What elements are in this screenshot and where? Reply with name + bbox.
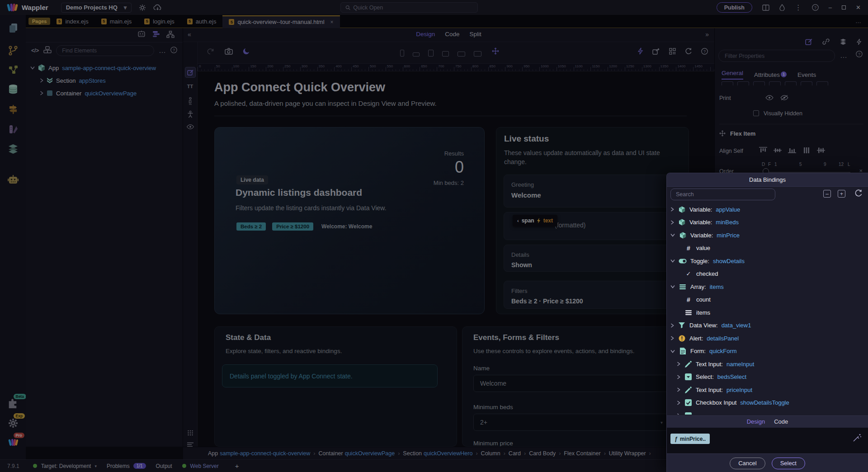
- binding-select-bedsselect[interactable]: Select: bedsSelect: [667, 371, 868, 384]
- styles-icon[interactable]: [6, 123, 20, 136]
- theme-droplet-icon[interactable]: [779, 4, 785, 11]
- edit-properties-icon[interactable]: [805, 38, 812, 47]
- actions-lightning-icon[interactable]: [638, 47, 643, 57]
- problems-button[interactable]: Problems: [107, 463, 130, 469]
- binding-array-items[interactable]: Array: items: [667, 280, 868, 293]
- schema-icon[interactable]: [6, 63, 20, 76]
- tab-index-ejs[interactable]: 5 index.ejs: [50, 15, 94, 28]
- mode-design[interactable]: Design: [416, 31, 435, 38]
- redo-icon[interactable]: [207, 48, 215, 57]
- breadcrumb-segment[interactable]: Appsample-app-connect-quick-overview: [208, 450, 310, 457]
- mode-code[interactable]: Code: [445, 31, 459, 38]
- wappler-pro-icon[interactable]: Pro: [6, 436, 20, 449]
- binding-row[interactable]: [667, 409, 868, 415]
- binding-value[interactable]: # value: [667, 242, 868, 255]
- accessibility-icon[interactable]: [187, 111, 193, 118]
- breadcrumb-segment[interactable]: Column: [481, 450, 500, 457]
- expand-all-icon[interactable]: +: [838, 190, 845, 198]
- dark-mode-moon-icon[interactable]: [243, 47, 250, 57]
- quick-open-input[interactable]: [353, 5, 473, 11]
- screenshot-camera-icon[interactable]: [225, 48, 233, 57]
- refresh-icon[interactable]: [685, 48, 692, 57]
- align-center-icon[interactable]: [774, 147, 782, 156]
- find-elements-input[interactable]: [56, 45, 154, 56]
- experimental-settings-icon[interactable]: Exp: [6, 416, 20, 430]
- select-button[interactable]: Select: [772, 458, 805, 469]
- tablet-portrait-icon[interactable]: [428, 50, 434, 57]
- preview-share-icon[interactable]: [652, 48, 660, 57]
- bindings-code-tab[interactable]: Code: [774, 418, 788, 425]
- phone-portrait-icon[interactable]: [400, 50, 404, 57]
- structure-help-icon[interactable]: ?: [170, 47, 177, 55]
- tree-node-container[interactable]: Container quickOverviewPage: [26, 87, 183, 99]
- tab-overflow-icon[interactable]: …: [855, 18, 862, 24]
- breadcrumb-segment[interactable]: SectionquickOverviewHero: [403, 450, 472, 457]
- beds-select[interactable]: 2+ ▾: [473, 414, 670, 431]
- dynamic-lightning-icon[interactable]: [857, 38, 862, 47]
- desktop-icon[interactable]: [474, 51, 481, 57]
- properties-more-icon[interactable]: …: [840, 52, 847, 60]
- mode-split[interactable]: Split: [470, 31, 481, 38]
- tab-login-ejs[interactable]: 5 login.ejs: [138, 15, 181, 28]
- breadcrumb-segment[interactable]: Card Body: [529, 450, 556, 457]
- binding-variable-minbeds[interactable]: Variable: minBeds: [667, 216, 868, 229]
- canvas-help-icon[interactable]: ?: [701, 48, 708, 57]
- bindings-design-tab[interactable]: Design: [747, 418, 765, 425]
- binding-alert-detailspanel[interactable]: Alert: detailsPanel: [667, 332, 868, 345]
- pages-badge[interactable]: Pages: [28, 18, 50, 25]
- close-button[interactable]: ✕: [856, 4, 861, 11]
- print-visible-eye-icon[interactable]: [765, 94, 774, 102]
- tab-auth-ejs[interactable]: 5 auth.ejs: [181, 15, 223, 28]
- ai-assistant-icon[interactable]: [137, 30, 146, 40]
- blocks-icon[interactable]: [43, 46, 52, 55]
- tree-node-app[interactable]: App sample-app-connect-quick-overview: [26, 61, 183, 74]
- pages-icon[interactable]: [6, 21, 20, 35]
- properties-help-icon[interactable]: ?: [856, 51, 863, 59]
- add-panel-icon[interactable]: +: [235, 462, 239, 470]
- sitemap-view-icon[interactable]: [166, 31, 175, 40]
- align-start-icon[interactable]: [759, 147, 767, 156]
- tree-node-section[interactable]: Section appStores: [26, 74, 183, 87]
- git-icon[interactable]: [6, 44, 20, 57]
- robot-ai-icon[interactable]: [6, 173, 20, 187]
- app-structure-view-icon[interactable]: [152, 31, 160, 39]
- binding-text-input-priceinput[interactable]: Text Input: priceInput: [667, 383, 868, 396]
- filter-properties-input[interactable]: [718, 50, 835, 62]
- structure-more-icon[interactable]: …: [159, 47, 166, 55]
- settings-gear-icon[interactable]: [139, 4, 146, 11]
- minimize-button[interactable]: –: [829, 4, 832, 11]
- restore-button[interactable]: [842, 5, 846, 9]
- print-hidden-eye-off-icon[interactable]: [780, 94, 788, 102]
- tab-events[interactable]: Events: [797, 71, 816, 78]
- tab-general[interactable]: General: [722, 70, 743, 80]
- binding-toggle-showdetails[interactable]: Toggle: showDetails: [667, 255, 868, 268]
- name-input[interactable]: Welcome: [473, 375, 670, 392]
- database-icon[interactable]: [6, 82, 20, 96]
- quick-open-search[interactable]: [340, 2, 478, 13]
- split-view-icon[interactable]: [762, 5, 769, 11]
- expand-panel-icon[interactable]: »: [705, 31, 709, 38]
- output-button[interactable]: Output: [156, 463, 172, 469]
- breadcrumb-segment[interactable]: Flex Container: [564, 450, 600, 457]
- binding-checkbox-input-showdetailstoggle[interactable]: Checkbox Input showDetailsToggle: [667, 396, 868, 410]
- breadcrumb-segment[interactable]: ContainerquickOverviewPage: [319, 450, 395, 457]
- cancel-button[interactable]: Cancel: [730, 458, 765, 469]
- binding-variable-minprice[interactable]: Variable: minPrice: [667, 229, 868, 242]
- align-baseline-icon[interactable]: [788, 147, 796, 156]
- extensions-icon[interactable]: Beta: [6, 397, 20, 411]
- binding-variable-appvalue[interactable]: Variable: appValue: [667, 203, 868, 216]
- binding-data-view-data-view1[interactable]: Data View: data_view1: [667, 319, 868, 332]
- binding-checked[interactable]: ✓ checked: [667, 268, 868, 281]
- binding-items[interactable]: items: [667, 306, 868, 319]
- close-tab-icon[interactable]: ×: [330, 19, 334, 25]
- cloud-sync-icon[interactable]: [153, 4, 162, 11]
- breadcrumb-segment[interactable]: Card: [509, 450, 521, 457]
- tab-active-quick-overview[interactable]: 5 quick-overview--tour-manual.html ×: [222, 15, 340, 28]
- laptop-icon[interactable]: [458, 52, 465, 57]
- collapse-panel-icon[interactable]: «: [188, 31, 191, 38]
- bindings-search-input[interactable]: [670, 189, 775, 200]
- layers-icon[interactable]: [6, 142, 20, 156]
- breadcrumb-segment[interactable]: Utility Wrapper: [609, 450, 646, 457]
- code-view-icon[interactable]: </>: [31, 47, 39, 54]
- css-styles-icon[interactable]: [840, 38, 847, 47]
